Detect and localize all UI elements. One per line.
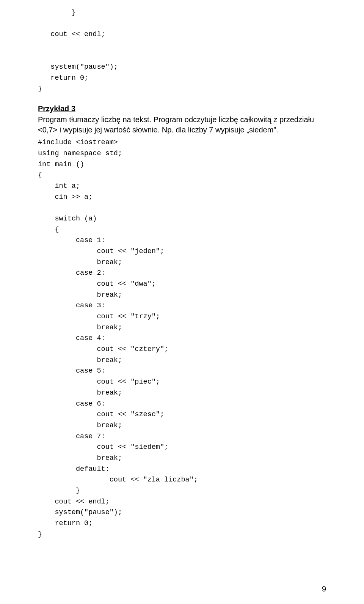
page-number: 9 <box>322 585 326 593</box>
example-description: Program tłumaczy liczbę na tekst. Progra… <box>38 115 326 135</box>
example-heading: Przykład 3 <box>38 104 326 113</box>
document-page: } cout << endl; system("pause"); return … <box>0 0 364 604</box>
code-block-main: #include <iostream> using namespace std;… <box>38 137 326 540</box>
code-block-top: } cout << endl; system("pause"); return … <box>38 8 326 94</box>
